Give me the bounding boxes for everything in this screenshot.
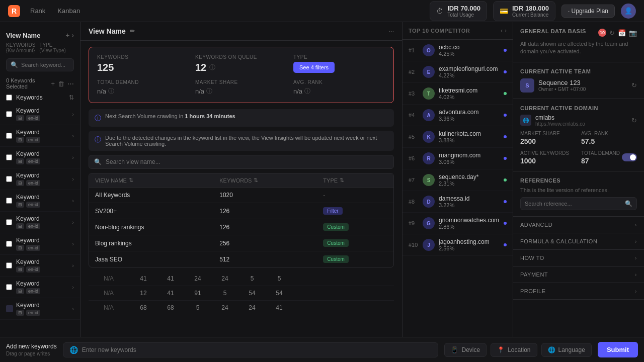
domain-toggle[interactable] [622, 153, 637, 161]
accordion-header-profile[interactable]: PROFILE › [513, 283, 644, 299]
row-viewname: Blog rankings [89, 235, 213, 251]
search-input[interactable] [21, 62, 69, 68]
rank-5: #5 [409, 134, 419, 140]
kw-checkbox[interactable] [6, 219, 12, 225]
keyword-input[interactable] [82, 346, 432, 353]
list-item[interactable]: Keyword ⊞en-id › [0, 104, 80, 125]
sync-icon[interactable]: ↻ [609, 29, 615, 37]
keyword-input-area[interactable]: 🌐 [63, 342, 439, 357]
domain-sync-icon[interactable]: ↻ [631, 117, 637, 124]
more-options-icon[interactable]: ··· [389, 28, 394, 35]
kw-checkbox[interactable] [6, 284, 12, 290]
language-button[interactable]: 🌐 Language [541, 343, 592, 357]
row-type: Filter [317, 203, 393, 219]
competitor-item[interactable]: #8 D damessa.id 3.22% [403, 191, 513, 213]
list-item[interactable]: Keyword ⊞en-id › [0, 212, 80, 233]
market-info-icon[interactable]: ⓘ [206, 87, 212, 96]
list-item[interactable]: Keyword ⊞en-id › [0, 298, 80, 320]
refs-search[interactable]: 🔍 [520, 197, 637, 210]
list-item[interactable]: Keyword ⊞en-id › [0, 168, 80, 190]
add-selected-icon[interactable]: + [51, 80, 55, 87]
sidebar-search[interactable]: 🔍 [6, 58, 74, 71]
sidebar-kw-header: Keywords ⇅ [0, 92, 80, 104]
competitor-item[interactable]: #7 S sequence.day* 2.31% [403, 169, 513, 191]
location-button[interactable]: 📍 Location [491, 343, 537, 357]
competitor-item[interactable]: #10 J jagoanhosting.com 2.56% [403, 234, 513, 256]
view-search-input[interactable] [106, 158, 388, 165]
table-row[interactable]: SV200+ 126 Filter [89, 203, 393, 219]
table-row[interactable]: Non-blog rankings 126 Custom [89, 219, 393, 235]
accordion-header-advanced[interactable]: ADVANCED › [513, 217, 644, 233]
nav-kanban[interactable]: Kanban [53, 5, 84, 17]
row-type: Custom [317, 251, 393, 267]
rank-1: #1 [409, 47, 419, 53]
device-button[interactable]: 📱 Device [444, 343, 487, 357]
refs-search-input[interactable] [525, 201, 622, 207]
sidebar-add-icon[interactable]: + [65, 31, 69, 39]
col-viewname[interactable]: VIEW NAME⇅ [95, 177, 207, 184]
app-logo: R [8, 5, 20, 17]
demand-info-icon[interactable]: ⓘ [108, 87, 114, 96]
list-item[interactable]: Keyword ⊞en-id › [0, 147, 80, 168]
nav-rank[interactable]: Rank [26, 5, 49, 17]
accordion-header-formula[interactable]: FORMULA & CALCULATION › [513, 233, 644, 249]
table-row[interactable]: Blog rankings 256 Custom [89, 235, 393, 251]
table-row[interactable]: Jasa SEO 512 Custom [89, 251, 393, 267]
list-item[interactable]: Keyword ⊞en-id › [0, 255, 80, 277]
stat-keywords: KEYWORDS 125 [97, 54, 189, 73]
kw-checkbox[interactable] [6, 111, 12, 117]
accordion-header-howto[interactable]: HOW TO › [513, 250, 644, 266]
competitor-item[interactable]: #5 K kulinerkota.com 3.88% [403, 126, 513, 148]
avgrank-info-icon[interactable]: ⓘ [304, 87, 310, 96]
calendar-icon[interactable]: 📅 [618, 29, 626, 37]
kw-chevron: › [72, 176, 74, 182]
competitor-item[interactable]: #6 R ruangmom.com 3.06% [403, 148, 513, 169]
dr-c3: 24 [185, 275, 210, 282]
kw-checkbox[interactable] [6, 176, 12, 182]
competitor-item[interactable]: #4 A advontura.com 3.96% [403, 105, 513, 126]
kw-checkbox[interactable] [6, 198, 12, 204]
queue-info-icon[interactable]: ⓘ [209, 63, 215, 72]
competitor-item[interactable]: #9 G gnomnonwatches.com 2.86% [403, 213, 513, 234]
dr-c1: 12 [131, 290, 156, 297]
camera-icon[interactable]: 📷 [629, 29, 637, 37]
submit-button[interactable]: Submit [598, 342, 638, 357]
col-keywords[interactable]: KEYWORDS⇅ [219, 177, 311, 184]
active-kw-label: ACTIVE KEYWORDS [520, 150, 576, 156]
sidebar-expand-icon[interactable]: › [71, 31, 74, 39]
sidebar-header: View Name + › [0, 28, 80, 42]
kw-lang: en-id [26, 266, 40, 273]
view-search[interactable]: 🔍 [89, 155, 394, 169]
competitor-item[interactable]: #2 E exampleoflongurl.com 4.22% [403, 61, 513, 83]
competitor-next[interactable]: › [505, 27, 507, 34]
sort-icon[interactable]: ⇅ [69, 94, 74, 101]
keywords-meta-value: {Kw Amount} [6, 48, 35, 53]
competitor-prev[interactable]: ‹ [501, 27, 503, 34]
select-all-checkbox[interactable] [6, 95, 12, 101]
list-item[interactable]: Keyword ⊞en-id › [0, 125, 80, 147]
col-type[interactable]: TYPE⇅ [323, 177, 387, 184]
kw-checkbox[interactable] [6, 241, 12, 247]
user-avatar[interactable]: 👤 [621, 4, 636, 19]
active-kw-value: 1000 [520, 157, 576, 165]
list-item[interactable]: Keyword ⊞en-id › [0, 190, 80, 212]
list-item[interactable]: Keyword ⊞en-id › [0, 233, 80, 255]
more-selected-icon[interactable]: ⋯ [67, 80, 74, 87]
competitor-item[interactable]: #1 O ocbc.co 4.25% [403, 40, 513, 61]
accordion-header-payment[interactable]: PAYMENT › [513, 266, 644, 283]
delete-selected-icon[interactable]: 🗑 [58, 80, 64, 87]
row-keywords: 126 [213, 203, 317, 219]
sidebar: View Name + › KEYWORDS {Kw Amount} TYPE … [0, 22, 80, 337]
kw-checkbox[interactable] [6, 154, 12, 160]
upgrade-plan-button[interactable]: · Upgrade Plan [561, 5, 615, 18]
team-sync-icon[interactable]: ↻ [631, 81, 637, 89]
competitor-item[interactable]: #3 T tiketresmi.com 4.02% [403, 83, 513, 105]
table-row[interactable]: All Keywords 1020 - [89, 188, 393, 203]
kw-checkbox[interactable] [6, 133, 12, 139]
team-avatar: S [520, 78, 534, 93]
see-filters-button[interactable]: See 4 filters [293, 62, 335, 73]
kw-checkbox[interactable] [6, 262, 12, 268]
keywords-meta-label: KEYWORDS [6, 42, 35, 48]
list-item[interactable]: Keyword ⊞en-id › [0, 277, 80, 298]
edit-icon[interactable]: ✏ [130, 28, 135, 35]
